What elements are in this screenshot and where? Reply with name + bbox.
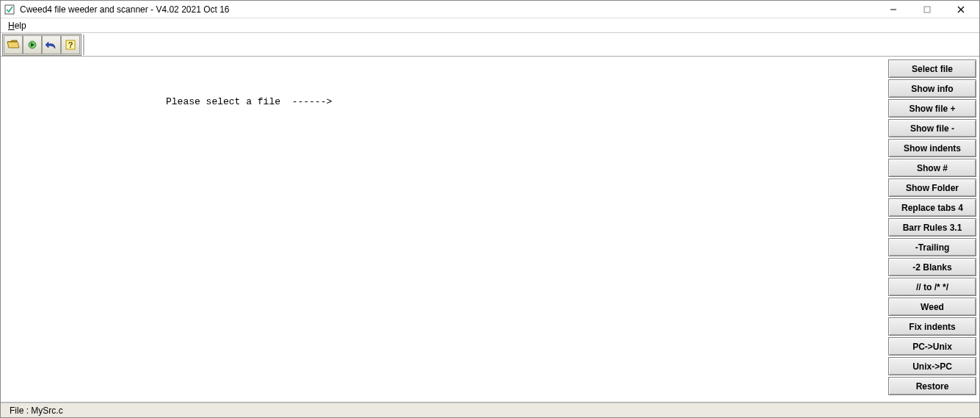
fix-indents-button[interactable]: Fix indents <box>888 317 976 336</box>
show-folder-button[interactable]: Show Folder <box>888 179 976 197</box>
open-file-button[interactable] <box>4 35 23 54</box>
toolbar: ? <box>1 33 979 57</box>
close-button[interactable] <box>944 1 978 18</box>
minimize-button[interactable] <box>876 1 910 18</box>
undo-button[interactable] <box>42 35 61 54</box>
show-file-plus-button[interactable]: Show file + <box>888 99 976 118</box>
trailing-button[interactable]: -Trailing <box>888 238 976 256</box>
barr-rules-button[interactable]: Barr Rules 3.1 <box>888 218 976 237</box>
main-pane: Please select a file ------> <box>1 57 888 402</box>
show-file-minus-button[interactable]: Show file - <box>888 119 976 137</box>
help-button[interactable]: ? <box>61 35 80 54</box>
app-icon <box>4 4 15 15</box>
window-controls <box>876 1 978 18</box>
to-comment-button[interactable]: // to /* */ <box>888 278 976 296</box>
prompt-text: Please select a file ------> <box>1 96 888 107</box>
two-blanks-button[interactable]: -2 Blanks <box>888 258 976 276</box>
toolbar-separator <box>83 35 84 55</box>
statusbar: File : MySrc.c <box>1 403 979 417</box>
toolbar-group: ? <box>2 34 81 56</box>
menu-help[interactable]: Help <box>4 19 31 32</box>
svg-rect-2 <box>924 7 930 12</box>
pc-unix-button[interactable]: PC->Unix <box>888 337 976 356</box>
restore-button[interactable]: Restore <box>888 377 976 395</box>
show-info-button[interactable]: Show info <box>888 79 976 98</box>
select-file-button[interactable]: Select file <box>888 60 976 78</box>
menubar: Help <box>1 18 979 33</box>
show-indents-button[interactable]: Show indents <box>888 139 976 157</box>
replace-tabs-button[interactable]: Replace tabs 4 <box>888 198 976 217</box>
weed-button[interactable]: Weed <box>888 298 976 316</box>
client-area: Please select a file ------> Select file… <box>1 57 979 403</box>
maximize-button[interactable] <box>910 1 944 18</box>
show-hash-button[interactable]: Show # <box>888 159 976 177</box>
status-file: File : MySrc.c <box>10 406 63 416</box>
svg-text:?: ? <box>68 40 73 49</box>
side-button-panel: Select file Show info Show file + Show f… <box>888 57 979 402</box>
run-button[interactable] <box>23 35 42 54</box>
svg-rect-0 <box>5 5 14 14</box>
titlebar: Cweed4 file weeder and scanner - V4.02 2… <box>1 1 979 18</box>
window-title: Cweed4 file weeder and scanner - V4.02 2… <box>20 4 876 15</box>
unix-pc-button[interactable]: Unix->PC <box>888 357 976 375</box>
